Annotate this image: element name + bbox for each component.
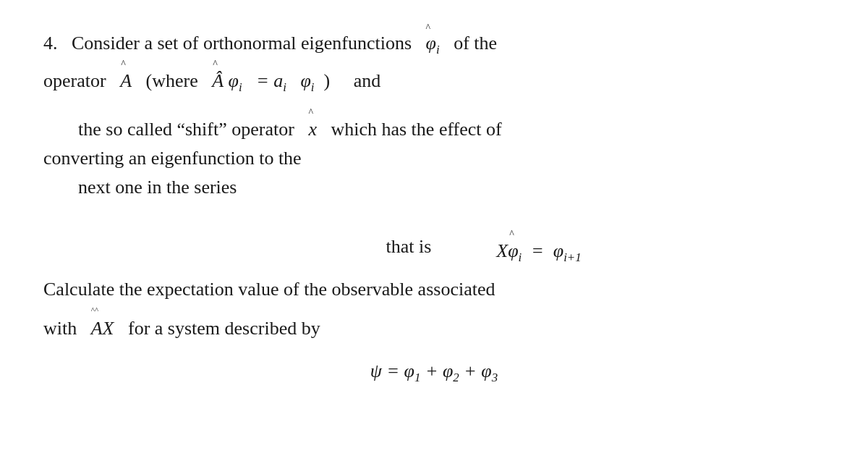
spacer-2 xyxy=(43,203,825,216)
line5-text: next one in the series xyxy=(78,177,237,198)
line3-text: the so called “shift” operator xyxy=(78,119,294,140)
with-end-text: for a system described by xyxy=(128,318,320,339)
A-hat-phi: Â φi ^ xyxy=(212,59,242,97)
equation-1: ^ Xφi = φi+1 xyxy=(496,229,581,265)
calculate-text: Calculate the expectation value of the o… xyxy=(43,279,495,300)
phi-2: φ2 xyxy=(443,360,459,385)
line-1: 4. Consider a set of orthonormal eigenfu… xyxy=(43,29,825,59)
line4-text: converting an eigenfunction to the xyxy=(43,148,302,169)
line-3: the so called “shift” operator x ^ which… xyxy=(43,108,825,144)
phi-i-symbol: φi ^ xyxy=(426,29,440,59)
line1-end: of the xyxy=(454,33,497,54)
line1-start: Consider a set of orthonormal eigenfunct… xyxy=(72,33,412,54)
x-hat: x ^ xyxy=(308,108,317,144)
phi-1: φ1 xyxy=(404,360,421,385)
line3-end: which has the effect of xyxy=(331,119,501,140)
line-4: converting an eigenfunction to the xyxy=(43,144,825,173)
that-is-label: that is xyxy=(286,236,431,258)
phi-3: φ3 xyxy=(481,360,498,385)
equals-ai: = ai xyxy=(256,70,286,91)
with-text: with xyxy=(43,318,77,339)
line2-start: operator xyxy=(43,70,106,91)
line-5: next one in the series xyxy=(43,173,825,202)
line2-paren: (where xyxy=(146,70,198,91)
main-content: 4. Consider a set of orthonormal eigenfu… xyxy=(43,29,825,386)
line-2: operator A ^ (where Â φi ^ = ai φi ) and xyxy=(43,59,825,97)
equation-line-1: that is ^ Xφi = φi+1 xyxy=(43,229,825,265)
phi-i-2: φi xyxy=(300,70,314,91)
that-is-text: that is xyxy=(386,236,431,257)
calculate-line: Calculate the expectation value of the o… xyxy=(43,275,825,304)
problem-number: 4. xyxy=(43,33,58,54)
close-paren: ) xyxy=(319,70,330,91)
with-line: with AX ^^ for a system described by xyxy=(43,305,825,343)
spacer-1 xyxy=(43,98,825,108)
final-equation: ψ = φ1 + φ2 + φ3 xyxy=(43,360,825,385)
A-hat-X-hat: AX ^^ xyxy=(91,305,114,343)
and-word: and xyxy=(354,70,381,91)
eq1-lhs: Xφi xyxy=(496,240,522,261)
psi-symbol: ψ xyxy=(370,360,382,382)
A-hat: A ^ xyxy=(120,59,132,96)
eq1-rhs: φi+1 xyxy=(553,240,582,261)
